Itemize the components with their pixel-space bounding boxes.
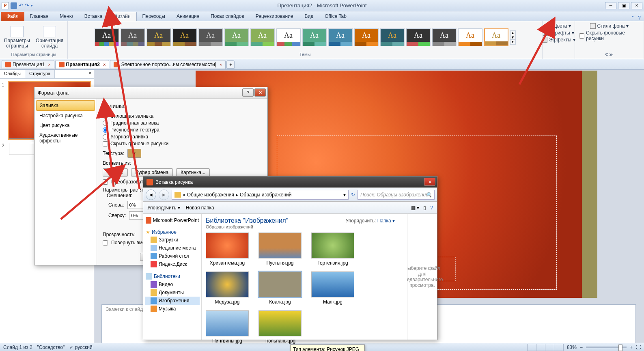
tree-item[interactable]: Библиотеки	[145, 272, 200, 280]
radio-gradient[interactable]: Градиентная заливка	[103, 120, 262, 126]
close-button[interactable]: ✕	[424, 178, 435, 186]
theme-gallery-more[interactable]: ▲▼▾	[510, 30, 516, 45]
sort-control[interactable]: Упорядочить: Папка ▾	[346, 218, 395, 224]
theme-thumb[interactable]: Aa	[484, 28, 508, 46]
help-icon[interactable]: ?	[638, 15, 641, 21]
back-button[interactable]: ◄	[146, 189, 156, 200]
theme-thumb[interactable]: Aa	[172, 28, 197, 46]
radio-pattern[interactable]: Узорная заливка	[103, 134, 262, 140]
theme-thumb[interactable]: Aa	[406, 28, 431, 46]
save-icon[interactable]	[11, 2, 17, 9]
tree-item[interactable]: Музыка	[145, 305, 200, 313]
tree-item[interactable]: ★Избранное	[145, 228, 200, 236]
texture-picker[interactable]: ▾	[127, 149, 141, 158]
theme-thumb[interactable]: Aa	[146, 28, 171, 46]
close-button[interactable]: ✕	[254, 88, 266, 97]
sidebar-artistic-effects[interactable]: Художественные эффекты	[36, 130, 95, 146]
undo-icon[interactable]: ↶	[19, 2, 23, 9]
effects-dropdown[interactable]: Эффекты ▾	[540, 37, 577, 43]
preview-toggle[interactable]: ▯	[423, 205, 426, 211]
slides-tab[interactable]: Слайды	[0, 70, 25, 78]
view-buttons[interactable]	[527, 344, 564, 351]
help-button[interactable]: ?	[242, 88, 254, 97]
tree-item[interactable]: Рабочий стол	[145, 252, 200, 260]
tree-item[interactable]: Недавние места	[145, 244, 200, 252]
slide-orientation-button[interactable]: Ориентация слайда	[34, 25, 65, 50]
file-thumb[interactable]: Пингвины.jpg	[206, 310, 249, 344]
checkbox-hide-bg[interactable]: Скрыть фоновые рисунки	[103, 141, 262, 146]
tree-item[interactable]: Яндекс.Диск	[145, 260, 200, 268]
tree-item[interactable]: Документы	[145, 289, 200, 297]
ribbon-minimize-icon[interactable]: ⌃	[631, 15, 635, 21]
panel-close-icon[interactable]: ×	[86, 70, 94, 78]
help-icon[interactable]: ?	[430, 205, 433, 211]
theme-thumb[interactable]: Aa	[328, 28, 353, 46]
tree-item[interactable]: Microsoft PowerPoint	[145, 216, 200, 224]
tab-home[interactable]: Главная	[24, 12, 54, 21]
theme-thumb[interactable]: Aa	[458, 28, 482, 46]
tab-file[interactable]: Файл	[1, 12, 24, 21]
radio-picture[interactable]: Рисунок или текстура	[103, 127, 262, 133]
new-doc-tab[interactable]: +	[226, 60, 235, 69]
tree-item[interactable]: Загрузки	[145, 236, 200, 244]
tab-insert[interactable]: Вставка	[79, 12, 108, 21]
theme-thumb[interactable]: Aa	[380, 28, 405, 46]
language-indicator[interactable]: ✓ русский	[69, 345, 92, 350]
new-folder-button[interactable]: Новая папка	[186, 205, 214, 211]
theme-thumb[interactable]: Aa	[302, 28, 327, 46]
dialog-titlebar[interactable]: Формат фона ? ✕	[34, 87, 267, 99]
tree-item[interactable]: Видео	[145, 280, 200, 289]
doc-tab[interactable]: Презентация2×	[55, 60, 110, 69]
hide-bg-checkbox[interactable]: Скрыть фоновые рисунки	[577, 30, 641, 42]
file-thumb[interactable]: Маяк.jpg	[311, 271, 354, 305]
tree-item[interactable]: Изображения	[145, 297, 200, 305]
close-button[interactable]: ✕	[631, 2, 642, 9]
background-styles-button[interactable]: Стили фона ▾	[588, 23, 631, 29]
theme-thumb[interactable]: Aa	[354, 28, 379, 46]
file-thumb[interactable]: Гортензия.jpg	[311, 233, 354, 266]
close-icon[interactable]: ×	[103, 62, 106, 67]
file-thumb[interactable]: Хризантема.jpg	[206, 233, 249, 266]
dialog-titlebar[interactable]: Вставка рисунка ✕	[143, 177, 437, 188]
theme-thumb[interactable]: Aa	[250, 28, 275, 46]
tab-animation[interactable]: Анимация	[171, 12, 205, 21]
fonts-dropdown[interactable]: AШрифты ▾	[541, 30, 575, 36]
theme-thumb[interactable]: Aa	[198, 28, 223, 46]
theme-thumb[interactable]: Aa	[95, 28, 119, 46]
qat-more-icon[interactable]: ▾	[31, 4, 33, 8]
tab-review[interactable]: Рецензирование	[250, 12, 299, 21]
theme-thumb[interactable]: Aa	[276, 28, 301, 46]
search-input[interactable]: Поиск: Образцы изображений 🔍	[358, 190, 435, 200]
forward-button[interactable]: ►	[159, 189, 169, 200]
close-icon[interactable]: ×	[220, 62, 222, 67]
redo-icon[interactable]: ↷	[25, 2, 29, 9]
theme-thumb[interactable]: Aa	[121, 28, 145, 46]
search-icon[interactable]: 🔍	[426, 192, 432, 198]
clipart-button[interactable]: Картинка...	[176, 168, 210, 177]
sidebar-picture-corrections[interactable]: Настройка рисунка	[36, 111, 95, 121]
sidebar-fill[interactable]: Заливка	[36, 100, 95, 111]
clipboard-button[interactable]: Буфер обмена	[131, 168, 173, 177]
outline-tab[interactable]: Структура	[25, 70, 55, 78]
zoom-out-icon[interactable]: −	[580, 345, 583, 350]
radio-solid[interactable]: Сплошная заливка	[103, 113, 262, 119]
tab-design[interactable]: Дизайн	[108, 12, 136, 21]
tab-view[interactable]: Вид	[299, 12, 319, 21]
fit-icon[interactable]: ⛶	[636, 345, 641, 350]
breadcrumb[interactable]: « Общие изображения ▸ Образцы изображени…	[172, 190, 349, 200]
zoom-slider[interactable]	[586, 347, 627, 348]
close-icon[interactable]: ×	[48, 62, 50, 67]
refresh-icon[interactable]: ↻	[351, 192, 355, 198]
file-thumb[interactable]: Медуза.jpg	[206, 271, 249, 305]
tab-transitions[interactable]: Переходы	[137, 12, 171, 21]
theme-thumb[interactable]: Aa	[224, 28, 249, 46]
file-thumb[interactable]: Тюльпаны.jpg	[258, 310, 302, 344]
theme-thumb[interactable]: Aa	[432, 28, 457, 46]
tab-menu[interactable]: Меню	[54, 12, 78, 21]
doc-tab[interactable]: Презентация1×	[2, 60, 54, 69]
doc-tab[interactable]: Электронное портфо...им совместимости]×	[110, 60, 226, 69]
file-thumb[interactable]: Пустыня.jpg	[258, 233, 302, 266]
maximize-button[interactable]: ▣	[618, 2, 629, 9]
colors-dropdown[interactable]: Цвета ▾	[545, 23, 573, 29]
view-button[interactable]: ▦ ▾	[411, 205, 419, 211]
